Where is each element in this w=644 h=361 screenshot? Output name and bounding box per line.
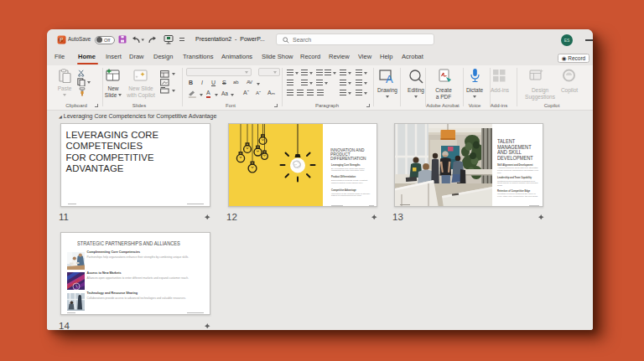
svg-text:A: A bbox=[386, 73, 393, 84]
svg-text:P: P bbox=[60, 37, 63, 43]
